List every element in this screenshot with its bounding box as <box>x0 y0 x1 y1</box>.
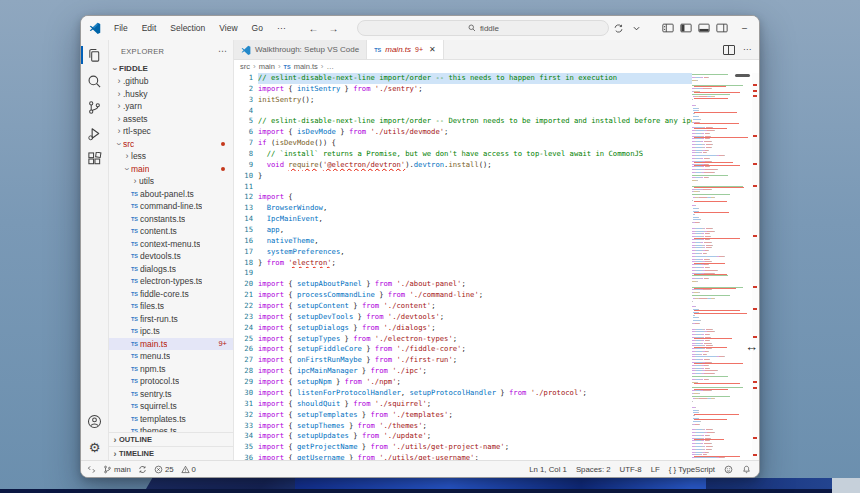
tree-item-dialogs-ts[interactable]: TSdialogs.ts <box>109 263 233 276</box>
status-branch[interactable]: main <box>103 465 131 474</box>
maximize-button[interactable] <box>757 17 760 39</box>
line-text: import { setupNpm } from './npm'; <box>258 377 692 388</box>
close-tab-icon[interactable]: ✕ <box>429 45 436 54</box>
minimap-line <box>692 438 752 439</box>
status-spaces-2[interactable]: Spaces: 2 <box>576 465 611 474</box>
status-lf[interactable]: LF <box>651 465 660 474</box>
code-line: 33import { setupThemes } from './themes'… <box>234 421 692 432</box>
breadcrumb-symbol[interactable]: … <box>327 62 335 71</box>
minimize-button[interactable]: – <box>731 17 757 39</box>
line-text: import { setupAboutPanel } from './about… <box>258 279 692 290</box>
title-bar[interactable]: FileEditSelectionViewGo⋯ ← → fiddle <box>81 16 759 40</box>
breadcrumb-src[interactable]: src <box>240 62 250 71</box>
code-line: 17 systemPreferences, <box>234 247 692 258</box>
activity-settings[interactable]: ⚙ <box>81 434 109 460</box>
tree-item-label: files.ts <box>140 301 164 311</box>
status-warning[interactable]: 0 <box>181 465 196 474</box>
tree-item-squirrel-ts[interactable]: TSsquirrel.ts <box>109 400 233 413</box>
line-text: // eslint-disable-next-line import/order… <box>258 116 692 127</box>
tree-item--github[interactable]: ›.github <box>109 75 233 88</box>
tree-item-command-line-ts[interactable]: TScommand-line.ts <box>109 200 233 213</box>
chevron-down-icon[interactable] <box>627 20 645 36</box>
activity-run-debug[interactable] <box>81 120 109 146</box>
minimap[interactable] <box>692 73 752 460</box>
tree-item-sentry-ts[interactable]: TSsentry.ts <box>109 388 233 401</box>
breadcrumb-main[interactable]: main <box>259 62 275 71</box>
minimap-line <box>692 315 752 316</box>
nav-forward-button[interactable]: → <box>325 23 341 34</box>
tree-item-rtl-spec[interactable]: ›rtl-spec <box>109 125 233 138</box>
overview-ruler[interactable] <box>752 73 759 460</box>
status-ln-1-col-1[interactable]: Ln 1, Col 1 <box>529 465 567 474</box>
breadcrumb-file[interactable]: main.ts <box>294 62 318 71</box>
activity-search[interactable] <box>81 68 109 94</box>
line-number: 20 <box>234 279 258 290</box>
tree-item-less[interactable]: ›less <box>109 150 233 163</box>
status-feedback[interactable] <box>724 465 733 474</box>
activity-explorer[interactable] <box>81 42 109 68</box>
tree-item-constants-ts[interactable]: TSconstants.ts <box>109 213 233 226</box>
command-center-search[interactable]: fiddle <box>357 20 609 36</box>
customize-layout-icon[interactable] <box>659 20 677 36</box>
menu-more[interactable]: ⋯ <box>271 20 292 36</box>
split-editor-icon[interactable] <box>723 45 735 55</box>
tree-root-fiddle[interactable]: › FIDDLE <box>109 62 233 75</box>
vscode-window: FileEditSelectionViewGo⋯ ← → fiddle <box>80 15 760 478</box>
status--typescript[interactable]: { } TypeScript <box>669 465 715 474</box>
tree-item--yarn[interactable]: ›.yarn <box>109 100 233 113</box>
tree-item-first-run-ts[interactable]: TSfirst-run.ts <box>109 313 233 326</box>
tree-item-npm-ts[interactable]: TSnpm.ts <box>109 363 233 376</box>
tree-item-files-ts[interactable]: TSfiles.ts <box>109 300 233 313</box>
menu-file[interactable]: File <box>108 20 134 36</box>
nav-back-button[interactable]: ← <box>305 23 321 34</box>
tree-item-protocol-ts[interactable]: TSprotocol.ts <box>109 375 233 388</box>
timeline-section[interactable]: › TIMELINE <box>109 446 233 460</box>
activity-accounts[interactable] <box>81 408 109 434</box>
tree-item-fiddle-core-ts[interactable]: TSfiddle-core.ts <box>109 288 233 301</box>
menu-go[interactable]: Go <box>246 20 269 36</box>
menu-selection[interactable]: Selection <box>164 20 211 36</box>
toggle-panel-icon[interactable] <box>695 20 713 36</box>
minimap-line <box>692 91 752 92</box>
tab-walkthrough[interactable]: Walkthrough: Setup VS Code <box>234 40 367 59</box>
minimap-line <box>692 323 752 324</box>
menu-edit[interactable]: Edit <box>136 20 163 36</box>
tree-item-assets[interactable]: ›assets <box>109 113 233 126</box>
activity-source-control[interactable] <box>81 94 109 120</box>
status-remote[interactable] <box>87 465 96 474</box>
status-error[interactable]: 25 <box>154 465 174 474</box>
sync-status-icon[interactable] <box>609 20 627 36</box>
status-sync[interactable] <box>138 465 147 474</box>
toggle-secondary-sidebar-icon[interactable] <box>713 20 731 36</box>
editor-more-actions-icon[interactable]: ⋯ <box>743 45 751 54</box>
tree-item-menu-ts[interactable]: TSmenu.ts <box>109 350 233 363</box>
tree-item-context-menu-ts[interactable]: TScontext-menu.ts <box>109 238 233 251</box>
tree-item-devtools-ts[interactable]: TSdevtools.ts <box>109 250 233 263</box>
code-editor[interactable]: 1// eslint-disable-next-line import/orde… <box>234 73 692 460</box>
tree-item-main-ts[interactable]: TSmain.ts9+ <box>109 338 233 351</box>
sidebar-more-actions[interactable]: ⋯ <box>218 46 227 56</box>
tree-item--husky[interactable]: ›.husky <box>109 88 233 101</box>
minimap-line <box>692 404 752 405</box>
error-mark <box>753 235 757 237</box>
outline-section[interactable]: › OUTLINE <box>109 432 233 446</box>
tree-item-about-panel-ts[interactable]: TSabout-panel.ts <box>109 188 233 201</box>
tree-item-src[interactable]: ›src <box>109 138 233 151</box>
status-bell[interactable] <box>742 465 751 474</box>
tree-item-main[interactable]: ›main <box>109 163 233 176</box>
minimap-line <box>692 133 752 134</box>
activity-extensions[interactable] <box>81 146 109 172</box>
tree-item-content-ts[interactable]: TScontent.ts <box>109 225 233 238</box>
line-text: import { getProjectName } from './utils/… <box>258 442 692 453</box>
menu-view[interactable]: View <box>213 20 243 36</box>
tree-item-electron-types-ts[interactable]: TSelectron-types.ts <box>109 275 233 288</box>
tree-item-utils[interactable]: ›utils <box>109 175 233 188</box>
tree-item-themes-ts[interactable]: TSthemes.ts <box>109 425 233 432</box>
tree-item-templates-ts[interactable]: TStemplates.ts <box>109 413 233 426</box>
tab-main-ts[interactable]: TS main.ts 9+ ✕ <box>367 40 444 59</box>
line-text: import { setupTemplates } from './templa… <box>258 410 692 421</box>
toggle-primary-sidebar-icon[interactable] <box>677 20 695 36</box>
status-utf-8[interactable]: UTF-8 <box>620 465 642 474</box>
tree-item-ipc-ts[interactable]: TSipc.ts <box>109 325 233 338</box>
line-number: 23 <box>234 312 258 323</box>
